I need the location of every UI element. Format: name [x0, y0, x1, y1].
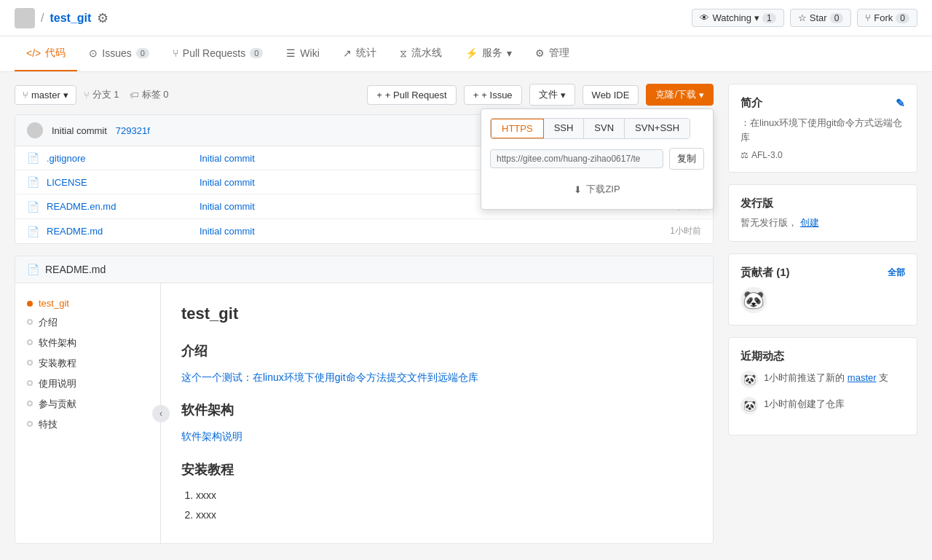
- tag-icon: 🏷: [130, 90, 139, 100]
- intro-title-label: 简介: [741, 96, 762, 110]
- tab-manage-label: 管理: [549, 47, 569, 60]
- contributors-title-text: 贡献者 (1): [741, 266, 790, 280]
- header-actions: 👁 Watching ▾ 1 ☆ Star 0 ⑂ Fork 0: [692, 9, 917, 27]
- clone-tab-svn[interactable]: SVN: [584, 119, 625, 138]
- pipeline-icon: ⧖: [400, 47, 407, 60]
- file-button[interactable]: 文件 ▾: [529, 84, 575, 106]
- tab-stats[interactable]: ↗ 统计: [331, 36, 388, 71]
- svn-label: SVN: [594, 122, 614, 133]
- tab-pipeline[interactable]: ⧖ 流水线: [388, 36, 454, 71]
- clone-tabs: HTTPS SSH SVN SVN+SSH: [490, 118, 690, 139]
- tab-stats-label: 统计: [356, 47, 376, 60]
- fork-label: Fork: [874, 12, 893, 23]
- clone-dropdown-container: 克隆/下载 ▾ HTTPS SSH SVN: [646, 84, 714, 106]
- readme-title: test_git: [181, 301, 692, 326]
- repo-name[interactable]: test_git: [50, 12, 91, 25]
- web-ide-button[interactable]: Web IDE: [582, 85, 639, 105]
- settings-icon[interactable]: ⚙: [97, 10, 108, 26]
- toc-link-contribute: 参与贡献: [39, 398, 76, 411]
- toc-item-contribute[interactable]: 参与贡献: [27, 398, 149, 411]
- releases-title: 发行版: [741, 197, 905, 210]
- activity-card: 近期动态 🐼 1小时前推送了新的 master 支 🐼 1小时前创建了仓库: [728, 337, 917, 435]
- branch-count-label: 分支 1: [92, 88, 119, 101]
- readme-intro-text: 这个一个测试：在linux环境下使用git命令方法提交文件到远端仓库: [181, 369, 692, 385]
- tag-count-label: 标签 0: [142, 88, 169, 101]
- toc-dot-install: [27, 360, 33, 366]
- clone-url-row: 复制: [490, 148, 704, 170]
- download-icon: ⬇: [574, 184, 582, 195]
- releases-empty: 暂无发行版， 创建: [741, 216, 905, 229]
- toc-item-arch[interactable]: 软件架构: [27, 336, 149, 350]
- file-name-license[interactable]: LICENSE: [47, 177, 192, 188]
- edit-intro-button[interactable]: ✎: [896, 97, 905, 110]
- tab-code-label: 代码: [45, 47, 66, 60]
- top-header: / test_git ⚙ 👁 Watching ▾ 1 ☆ Star 0 ⑂ F…: [0, 0, 932, 36]
- issue-button[interactable]: + + Issue: [464, 85, 522, 105]
- toc-item-title[interactable]: test_git: [27, 298, 149, 309]
- readme-install-heading: 安装教程: [181, 460, 692, 481]
- readme-install-list: xxxx xxxx: [181, 487, 692, 523]
- tab-services[interactable]: ⚡ 服务 ▾: [454, 36, 524, 71]
- license-label: AFL-3.0: [751, 150, 783, 160]
- branch-dropdown-icon: ▾: [63, 90, 68, 100]
- fork-button[interactable]: ⑂ Fork 0: [857, 9, 917, 27]
- file-name-gitignore[interactable]: .gitignore: [47, 153, 192, 164]
- tab-manage[interactable]: ⚙ 管理: [524, 36, 581, 71]
- activity-text-2: 1小时前创建了仓库: [764, 397, 845, 411]
- copy-button[interactable]: 复制: [669, 148, 704, 170]
- contributors-title: 贡献者 (1) 全部: [741, 266, 905, 280]
- clone-tab-https[interactable]: HTTPS: [490, 118, 545, 139]
- toc-item-tricks[interactable]: 特技: [27, 418, 149, 431]
- tab-issues[interactable]: ⊙ Issues 0: [77, 36, 161, 71]
- tab-wiki[interactable]: ☰ Wiki: [275, 36, 331, 71]
- toc-item-intro[interactable]: 介绍: [27, 316, 149, 329]
- activity-item-1: 🐼 1小时前推送了新的 master 支: [741, 371, 905, 388]
- star-icon: ☆: [798, 12, 807, 23]
- activity-branch-link[interactable]: master: [848, 372, 877, 383]
- tab-code[interactable]: </> 代码: [15, 36, 77, 71]
- right-panel: 简介 ✎ ：在linux环境下使用git命令方式远端仓库 ⚖ AFL-3.0 发…: [728, 84, 917, 544]
- clone-url-input[interactable]: [490, 149, 663, 168]
- toc-item-install[interactable]: 安装教程: [27, 357, 149, 370]
- download-zip[interactable]: ⬇ 下载ZIP: [490, 178, 704, 200]
- license-badge: ⚖ AFL-3.0: [741, 150, 783, 160]
- svn-ssh-label: SVN+SSH: [635, 122, 679, 133]
- stats-icon: ↗: [343, 47, 352, 59]
- clone-button[interactable]: 克隆/下载 ▾: [646, 84, 714, 106]
- releases-empty-text: 暂无发行版，: [741, 217, 797, 228]
- clone-tab-ssh[interactable]: SSH: [544, 119, 585, 138]
- activity-text-1: 1小时前推送了新的 master 支: [764, 371, 888, 385]
- intro-title: 简介 ✎: [741, 96, 905, 110]
- watching-button[interactable]: 👁 Watching ▾ 1: [692, 9, 783, 27]
- services-icon: ⚡: [465, 47, 478, 59]
- clone-tab-svn-ssh[interactable]: SVN+SSH: [625, 119, 690, 138]
- releases-card: 发行版 暂无发行版， 创建: [728, 184, 917, 242]
- copy-label: 复制: [677, 153, 696, 164]
- commit-avatar: [27, 122, 43, 138]
- clone-dropdown-icon: ▾: [699, 90, 704, 100]
- readme-header: 📄 README.md: [15, 256, 713, 283]
- readme-arch-link[interactable]: 软件架构说明: [181, 430, 242, 442]
- issue-plus-icon: +: [473, 90, 479, 100]
- tab-pull-requests[interactable]: ⑂ Pull Requests 0: [161, 36, 275, 71]
- releases-create-link[interactable]: 创建: [800, 217, 819, 228]
- readme-section: 📄 README.md test_git 介绍: [15, 256, 714, 544]
- toc-dot-usage: [27, 380, 33, 386]
- contributors-all-link[interactable]: 全部: [888, 267, 905, 279]
- toc-item-usage[interactable]: 使用说明: [27, 377, 149, 390]
- file-name-readme[interactable]: README.md: [47, 226, 192, 237]
- fork-icon: ⑂: [865, 12, 871, 23]
- activity-avatar-2: 🐼: [741, 397, 758, 414]
- readme-intro-link[interactable]: 这个一个测试：在linux环境下使用git命令方法提交文件到远端仓库: [181, 371, 478, 383]
- toc-link-arch: 软件架构: [39, 336, 76, 350]
- readme-toc: test_git 介绍 软件架构 安装教程: [15, 283, 161, 543]
- toc-collapse-button[interactable]: ‹: [152, 405, 170, 422]
- file-name-readme-en[interactable]: README.en.md: [47, 201, 192, 212]
- pull-request-button[interactable]: + + Pull Request: [367, 85, 457, 105]
- footer-note: CSDN @想去卖红薯: [0, 556, 932, 560]
- tab-services-label: 服务: [482, 47, 502, 60]
- activity-avatar-1: 🐼: [741, 371, 758, 388]
- branch-select[interactable]: ⑂ master ▾: [15, 85, 76, 105]
- star-button[interactable]: ☆ Star 0: [790, 9, 852, 27]
- commit-hash[interactable]: 729321f: [116, 125, 150, 136]
